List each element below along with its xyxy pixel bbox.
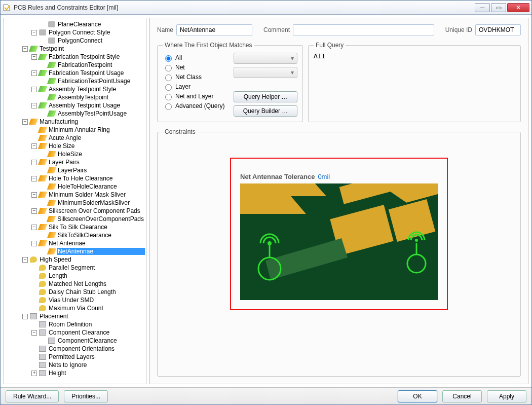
rule-icon xyxy=(47,215,55,223)
match-radio-net-class[interactable] xyxy=(165,75,172,81)
tree-spacer xyxy=(41,249,46,254)
tree-item[interactable]: Room Definition xyxy=(4,320,146,328)
tree-item[interactable]: −Assembly Testpoint Style xyxy=(4,85,146,93)
maximize-button[interactable]: ▭ xyxy=(491,3,506,12)
tree-item[interactable]: −Polygon Connect Style xyxy=(4,28,146,36)
dialog-window: PCB Rules and Constraints Editor [mil] ─… xyxy=(0,0,532,405)
tree-item[interactable]: −Fabrication Testpoint Style xyxy=(4,53,146,61)
tree-item[interactable]: Daisy Chain Stub Length xyxy=(4,288,146,296)
tree-item[interactable]: −Hole To Hole Clearance xyxy=(4,174,146,182)
tree-item[interactable]: PlaneClearance xyxy=(4,20,146,28)
tree-item[interactable]: Vias Under SMD xyxy=(4,296,146,304)
tree-item[interactable]: AssemblyTestPointUsage xyxy=(4,109,146,118)
query-builder-button[interactable]: Query Builder … xyxy=(234,105,297,117)
tree-item[interactable]: Nets to Ignore xyxy=(4,361,146,369)
collapse-icon[interactable]: − xyxy=(22,257,28,263)
collapse-icon[interactable]: − xyxy=(31,160,37,165)
tree-item[interactable]: PolygonConnect xyxy=(4,36,146,45)
priorities-button[interactable]: Priorities... xyxy=(64,390,108,402)
tree-item[interactable]: −Minimum Solder Mask Sliver xyxy=(4,191,146,199)
tree-item[interactable]: ComponentClearance xyxy=(4,337,146,345)
comment-input[interactable] xyxy=(293,24,434,35)
tree-item[interactable]: −Placement xyxy=(4,312,146,320)
tree-item[interactable]: MinimumSolderMaskSliver xyxy=(4,199,146,207)
tree-spacer xyxy=(41,168,46,173)
net-combo[interactable]: ▾ xyxy=(234,53,297,64)
tree-item[interactable]: −Silkscreen Over Component Pads xyxy=(4,207,146,215)
tree-item[interactable]: HoleToHoleClearance xyxy=(4,182,146,191)
collapse-icon[interactable]: − xyxy=(31,30,37,35)
apply-button[interactable]: Apply xyxy=(487,390,526,402)
close-button[interactable]: ✕ xyxy=(507,3,529,12)
netclass-combo[interactable]: ▾ xyxy=(234,67,297,78)
match-radio-all[interactable] xyxy=(165,55,172,62)
rule-wizard-button[interactable]: Rule Wizard... xyxy=(6,390,59,402)
rules-tree[interactable]: PlaneClearance−Polygon Connect StylePoly… xyxy=(4,18,146,384)
collapse-icon[interactable]: − xyxy=(31,330,37,336)
tree-item[interactable]: −Component Clearance xyxy=(4,328,146,337)
tree-item[interactable]: Minimum Annular Ring xyxy=(4,126,146,134)
tree-item[interactable]: FabricationTestPointUsage xyxy=(4,77,146,85)
constraints-legend: Constraints xyxy=(163,128,198,135)
tree-spacer xyxy=(31,273,37,279)
collapse-icon[interactable]: − xyxy=(31,225,37,230)
collapse-icon[interactable]: − xyxy=(31,176,37,181)
query-helper-button[interactable]: Query Helper … xyxy=(234,91,297,102)
tree-item[interactable]: Acute Angle xyxy=(4,134,146,142)
titlebar[interactable]: PCB Rules and Constraints Editor [mil] ─… xyxy=(1,1,531,15)
tree-item[interactable]: Length xyxy=(4,272,146,280)
match-radio-advanced-query-[interactable] xyxy=(165,103,172,110)
tree-item[interactable]: −Net Antennae xyxy=(4,239,146,247)
collapse-icon[interactable]: − xyxy=(31,87,37,92)
collapse-icon[interactable]: − xyxy=(31,143,37,149)
collapse-icon[interactable]: − xyxy=(31,241,37,246)
collapse-icon[interactable]: − xyxy=(22,119,28,125)
tree-item[interactable]: AssemblyTestpoint xyxy=(4,93,146,101)
collapse-icon[interactable]: − xyxy=(31,208,37,214)
tree-spacer xyxy=(31,354,37,360)
collapse-icon[interactable]: − xyxy=(31,70,37,76)
ok-button[interactable]: OK xyxy=(398,390,437,402)
tree-item[interactable]: SilkToSilkClearance xyxy=(4,231,146,239)
collapse-icon[interactable]: − xyxy=(22,314,28,319)
tree-item[interactable]: Permitted Layers xyxy=(4,353,146,361)
match-radio-net-and-layer[interactable] xyxy=(165,94,172,100)
tree-item[interactable]: Parallel Segment xyxy=(4,264,146,272)
tree-item[interactable]: Maximum Via Count xyxy=(4,304,146,312)
expand-icon[interactable]: + xyxy=(31,371,37,376)
tree-item[interactable]: −High Speed xyxy=(4,255,146,264)
tree-item[interactable]: −Testpoint xyxy=(4,45,146,53)
uniqueid-input[interactable] xyxy=(475,24,521,35)
tree-item[interactable]: SilkscreenOverComponentPads xyxy=(4,215,146,223)
tree-item[interactable]: +Height xyxy=(4,369,146,377)
collapse-icon[interactable]: − xyxy=(22,46,28,52)
name-input[interactable] xyxy=(176,24,252,35)
tree-item[interactable]: HoleSize xyxy=(4,150,146,158)
tree-item[interactable]: FabricationTestpoint xyxy=(4,61,146,69)
tree-item[interactable]: −Assembly Testpoint Usage xyxy=(4,101,146,109)
cancel-button[interactable]: Cancel xyxy=(442,390,482,402)
tree-item[interactable]: −Hole Size xyxy=(4,142,146,150)
match-radio-net[interactable] xyxy=(165,65,172,71)
tree-item[interactable]: LayerPairs xyxy=(4,166,146,174)
tree-item-label: Daisy Chain Stub Length xyxy=(48,288,117,296)
pcb-illustration xyxy=(240,183,438,300)
rule-icon xyxy=(48,232,56,239)
tree-item[interactable]: NetAntennae xyxy=(4,247,146,255)
tree-item[interactable]: Component Orientations xyxy=(4,345,146,353)
tolerance-value[interactable]: 0mil xyxy=(318,173,330,180)
tree-item[interactable]: −Layer Pairs xyxy=(4,158,146,166)
tree-item[interactable]: −Manufacturing xyxy=(4,118,146,126)
tree-item-label: Polygon Connect Style xyxy=(48,29,111,36)
tree-item-label: Room Definition xyxy=(48,321,93,328)
tree-spacer xyxy=(31,362,37,368)
match-radio-layer[interactable] xyxy=(165,84,172,91)
tree-item[interactable]: −Fabrication Testpoint Usage xyxy=(4,69,146,77)
collapse-icon[interactable]: − xyxy=(31,103,37,108)
minimize-button[interactable]: ─ xyxy=(475,3,490,12)
collapse-icon[interactable]: − xyxy=(31,54,37,60)
tree-spacer xyxy=(31,281,37,287)
collapse-icon[interactable]: − xyxy=(31,192,37,198)
tree-item[interactable]: −Silk To Silk Clearance xyxy=(4,223,146,231)
tree-item[interactable]: Matched Net Lengths xyxy=(4,280,146,288)
